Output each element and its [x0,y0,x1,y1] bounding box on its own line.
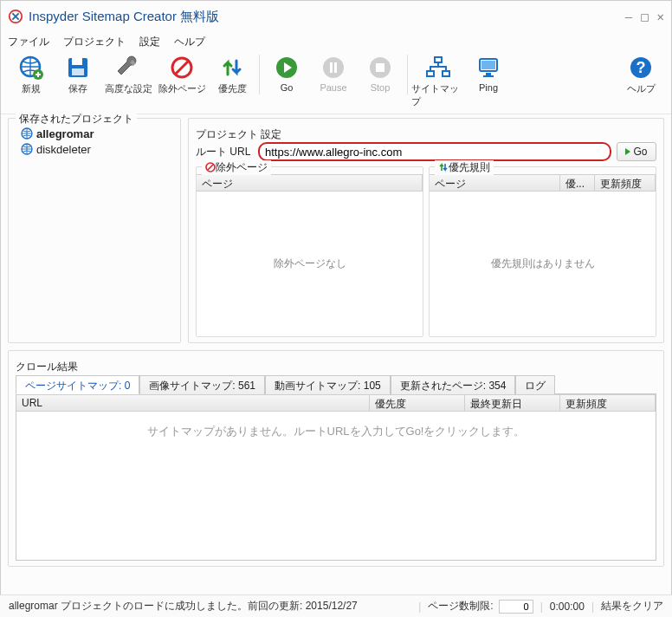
stop-icon [367,55,393,81]
toolbar-stop-button: Stop [357,55,404,93]
svg-rect-15 [427,71,434,76]
menu-file[interactable]: ファイル [8,35,49,49]
title-bar: Inspyder Sitemap Creator 無料版 — □ ✕ [1,1,671,32]
exclude-empty-text: 除外ページなし [197,192,423,336]
page-limit-input[interactable] [499,600,533,614]
toolbar-exclude-button[interactable]: 除外ページ [155,55,209,95]
col-url[interactable]: URL [16,395,370,411]
svg-rect-14 [435,57,442,62]
col-last-updated[interactable]: 最終更新日 [465,395,560,411]
priority-rules-label: 優先規則 [449,161,490,173]
svg-rect-16 [443,71,449,76]
results-grid: URL 優先度 最終更新日 更新頻度 サイトマップがありません。ルートURLを入… [16,393,656,561]
crawl-tabs: ページサイトマップ: 0 画像サイトマップ: 561 動画サイトマップ: 105… [16,374,656,393]
globe-plus-icon [18,55,44,81]
up-down-small-icon [438,162,449,172]
maximize-button[interactable]: □ [641,10,648,23]
tab-video-sitemap[interactable]: 動画サイトマップ: 105 [265,375,391,394]
toolbar-save-button[interactable]: 保存 [55,55,101,95]
toolbar-help-button[interactable]: ? ヘルプ [617,55,664,95]
help-icon: ? [628,55,654,81]
col-priority[interactable]: 優... [560,175,595,191]
root-url-input[interactable] [258,142,611,161]
minimize-button[interactable]: — [625,10,632,23]
tab-log[interactable]: ログ [515,375,555,394]
project-item-diskdeleter[interactable]: diskdeleter [16,141,173,157]
go-button[interactable]: Go [617,142,656,161]
tab-page-sitemap[interactable]: ページサイトマップ: 0 [16,375,139,394]
svg-rect-5 [72,68,84,75]
root-url-label: ルート URL [196,145,258,159]
menu-bar: ファイル プロジェクト 設定 ヘルプ [1,32,671,51]
toolbar-new-button[interactable]: 新規 [8,55,55,95]
timer-text: 0:00:00 [550,601,585,613]
exclude-pages-panel: 除外ページ ページ 除外ページなし [196,166,423,337]
toolbar-priority-button[interactable]: 優先度 [209,55,255,95]
globe-icon [21,143,33,155]
globe-icon [21,127,33,140]
page-limit-label: ページ数制限: [428,599,493,614]
svg-rect-11 [334,62,337,73]
svg-line-7 [176,62,188,74]
toolbar-go-button[interactable]: Go [263,55,310,93]
results-grid-header: URL 優先度 最終更新日 更新頻度 [16,394,656,412]
window-title: Inspyder Sitemap Creator 無料版 [29,9,219,25]
project-settings-label: プロジェクト 設定 [196,127,656,142]
app-logo-icon [8,9,23,24]
floppy-icon [65,55,91,81]
toolbar-pause-button: Pause [310,55,357,93]
project-settings-panel: プロジェクト 設定 ルート URL Go 除外ページ ページ 除外ページなし 優… [188,118,664,343]
close-button[interactable]: ✕ [657,10,664,23]
results-empty-text: サイトマップがありません。ルートURLを入力してGo!をクリックします。 [16,412,656,560]
crawl-results-panel: クロール結果 ページサイトマップ: 0 画像サイトマップ: 561 動画サイトマ… [8,350,664,567]
clear-results-link[interactable]: 結果をクリア [601,599,663,614]
col-page[interactable]: ページ [197,175,423,191]
col-page[interactable]: ページ [430,175,560,191]
crawl-results-label: クロール結果 [16,360,656,374]
status-bar: allegromar プロジェクトのロードに成功しました。前回の更新: 2015… [0,594,672,617]
svg-rect-19 [486,73,491,75]
menu-settings[interactable]: 設定 [139,35,160,49]
svg-text:?: ? [636,59,646,76]
svg-rect-18 [481,61,495,69]
col-priority[interactable]: 優先度 [370,395,465,411]
saved-projects-panel: 保存されたプロジェクト allegromar diskdeleter [8,118,181,343]
toolbar-sitemap-button[interactable]: サイトマップ [411,55,465,108]
status-message: allegromar プロジェクトのロードに成功しました。前回の更新: 2015… [9,599,358,614]
sitemap-icon [425,55,451,81]
priority-empty-text: 優先規則はありません [430,192,656,336]
no-entry-icon [169,55,195,81]
monitor-icon [475,55,501,81]
toolbar-advanced-button[interactable]: 高度な設定 [101,55,155,95]
play-icon [274,55,300,81]
menu-project[interactable]: プロジェクト [63,35,126,49]
wrench-icon [115,55,141,81]
exclude-grid-header: ページ [197,174,423,192]
priority-grid-header: ページ 優... 更新頻度 [430,174,656,192]
saved-projects-label: 保存されたプロジェクト [16,112,137,127]
up-down-arrows-icon [219,55,245,81]
tab-image-sitemap[interactable]: 画像サイトマップ: 561 [139,375,265,394]
svg-rect-10 [330,62,333,73]
no-entry-small-icon [205,162,216,172]
svg-line-26 [208,165,213,170]
priority-rules-panel: 優先規則 ページ 優... 更新頻度 優先規則はありません [429,166,656,337]
col-update-freq[interactable]: 更新頻度 [595,175,656,191]
tab-updated-pages[interactable]: 更新されたページ: 354 [391,375,516,394]
svg-rect-13 [376,63,384,72]
toolbar-ping-button[interactable]: Ping [465,55,512,93]
pause-icon [320,55,346,81]
exclude-pages-label: 除外ページ [216,161,268,173]
col-update-freq[interactable]: 更新頻度 [560,395,656,411]
play-small-icon [625,148,630,155]
svg-rect-20 [483,75,494,77]
toolbar: 新規 保存 高度な設定 除外ページ 優先度 Go Pause Stop サイトマ… [1,51,671,114]
svg-rect-4 [72,58,82,65]
menu-help[interactable]: ヘルプ [174,35,205,49]
svg-point-9 [323,57,344,78]
project-item-allegromar[interactable]: allegromar [16,126,173,141]
